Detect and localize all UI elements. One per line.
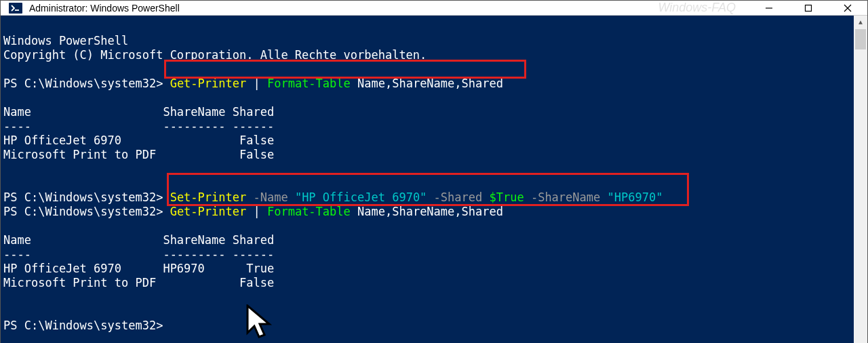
highlight-box-1 [164, 60, 526, 79]
prompt: PS C:\Windows\system32> [3, 319, 170, 332]
banner-line: Windows PowerShell [3, 34, 128, 47]
cmdlet: Set-Printer [170, 190, 254, 204]
scrollbar-track[interactable] [854, 29, 867, 343]
table-header: Name ShareName Shared [3, 233, 274, 247]
cmdlet: Get-Printer [170, 205, 254, 218]
table-row: Microsoft Print to PDF False [3, 276, 274, 289]
window-controls [749, 1, 867, 15]
pipe: | [253, 205, 267, 218]
svg-rect-3 [806, 5, 812, 11]
cmdlet: Get-Printer [170, 77, 254, 90]
terminal-output[interactable]: Windows PowerShell Copyright (C) Microso… [1, 16, 854, 343]
minimize-button[interactable] [749, 1, 789, 15]
table-row: HP OfficeJet 6970 HP6970 True [3, 262, 274, 275]
param-flag: -ShareName [531, 190, 608, 204]
table-header: Name ShareName Shared [3, 105, 274, 119]
table-row: Microsoft Print to PDF False [3, 148, 274, 161]
param-value: "HP6970" [608, 190, 663, 204]
cmdlet: Format-Table [267, 205, 357, 218]
powershell-window: Administrator: Windows PowerShell Window… [0, 0, 868, 343]
svg-rect-0 [9, 3, 22, 14]
mouse-cursor-icon [189, 290, 277, 343]
prompt: PS C:\Windows\system32> [3, 190, 170, 204]
scrollbar-thumb[interactable] [855, 29, 866, 49]
args: Name,ShareName,Shared [357, 205, 503, 218]
window-title: Administrator: Windows PowerShell [29, 3, 658, 14]
pipe: | [253, 77, 267, 90]
scroll-up-button[interactable]: ▲ [854, 16, 867, 29]
powershell-icon [9, 1, 22, 15]
table-divider: ---- --------- ------ [3, 119, 274, 133]
banner-line: Copyright (C) Microsoft Corporation. All… [3, 48, 427, 62]
param-flag: -Name [253, 190, 294, 204]
prompt: PS C:\Windows\system32> [3, 205, 170, 218]
scrollbar[interactable]: ▲ ▼ [854, 16, 867, 343]
close-button[interactable] [828, 1, 867, 15]
prompt: PS C:\Windows\system32> [3, 77, 170, 90]
titlebar[interactable]: Administrator: Windows PowerShell Window… [1, 1, 867, 16]
table-divider: ---- --------- ------ [3, 247, 274, 261]
maximize-button[interactable] [789, 1, 828, 15]
watermark-text: Windows-FAQ [658, 1, 736, 15]
terminal-area: Windows PowerShell Copyright (C) Microso… [1, 16, 867, 343]
args: Name,ShareName,Shared [357, 77, 503, 90]
param-flag: -Shared [434, 190, 490, 204]
param-value: "HP OfficeJet 6970" [295, 190, 434, 204]
param-value: $True [489, 190, 530, 204]
table-row: HP OfficeJet 6970 False [3, 134, 274, 147]
cmdlet: Format-Table [267, 77, 357, 90]
